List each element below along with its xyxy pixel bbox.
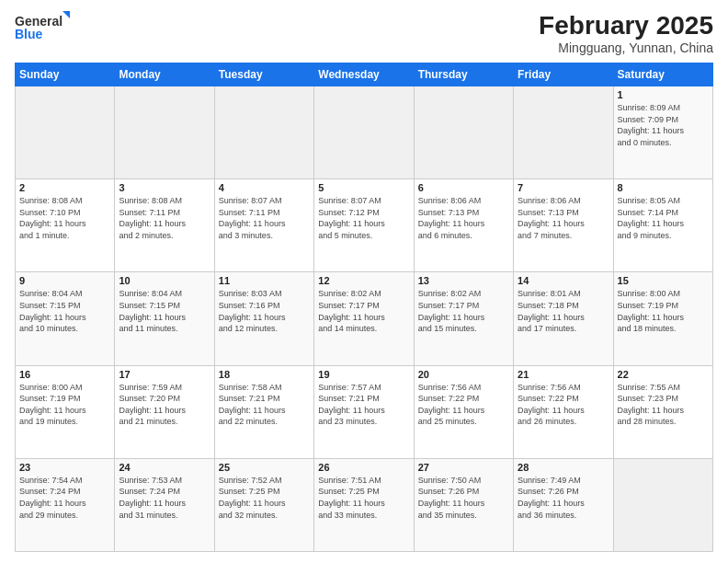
day-number: 14 — [518, 275, 609, 286]
day-info: Sunrise: 8:07 AM Sunset: 7:11 PM Dayligh… — [219, 195, 310, 241]
calendar-cell: 21Sunrise: 7:56 AM Sunset: 7:22 PM Dayli… — [514, 365, 613, 458]
calendar-cell: 23Sunrise: 7:54 AM Sunset: 7:24 PM Dayli… — [16, 458, 115, 551]
calendar-week-row: 9Sunrise: 8:04 AM Sunset: 7:15 PM Daylig… — [16, 272, 713, 365]
day-info: Sunrise: 8:05 AM Sunset: 7:14 PM Dayligh… — [618, 195, 709, 241]
calendar-cell: 3Sunrise: 8:08 AM Sunset: 7:11 PM Daylig… — [115, 179, 214, 272]
day-number: 27 — [418, 462, 509, 473]
title-block: February 2025 Mingguang, Yunnan, China — [539, 11, 713, 55]
svg-marker-2 — [63, 11, 70, 18]
calendar-cell: 6Sunrise: 8:06 AM Sunset: 7:13 PM Daylig… — [414, 179, 513, 272]
calendar-week-row: 23Sunrise: 7:54 AM Sunset: 7:24 PM Dayli… — [16, 458, 713, 551]
day-number: 28 — [518, 462, 609, 473]
calendar-cell: 28Sunrise: 7:49 AM Sunset: 7:26 PM Dayli… — [514, 458, 613, 551]
day-info: Sunrise: 7:58 AM Sunset: 7:21 PM Dayligh… — [219, 382, 310, 428]
day-number: 16 — [19, 369, 110, 380]
header: GeneralBlue February 2025 Mingguang, Yun… — [15, 11, 713, 55]
day-info: Sunrise: 7:59 AM Sunset: 7:20 PM Dayligh… — [119, 382, 210, 428]
day-info: Sunrise: 7:53 AM Sunset: 7:24 PM Dayligh… — [119, 475, 210, 521]
day-of-week-header: Sunday — [16, 63, 115, 86]
day-number: 11 — [219, 275, 310, 286]
calendar-cell — [115, 86, 214, 179]
calendar-table: SundayMondayTuesdayWednesdayThursdayFrid… — [15, 63, 713, 552]
day-number: 5 — [318, 182, 409, 193]
day-info: Sunrise: 8:06 AM Sunset: 7:13 PM Dayligh… — [418, 195, 509, 241]
calendar-cell: 26Sunrise: 7:51 AM Sunset: 7:25 PM Dayli… — [314, 458, 414, 551]
day-number: 23 — [19, 462, 110, 473]
calendar-cell: 12Sunrise: 8:02 AM Sunset: 7:17 PM Dayli… — [314, 272, 414, 365]
calendar-cell: 14Sunrise: 8:01 AM Sunset: 7:18 PM Dayli… — [514, 272, 613, 365]
day-number: 17 — [119, 369, 210, 380]
day-of-week-header: Monday — [115, 63, 214, 86]
day-number: 24 — [119, 462, 210, 473]
day-info: Sunrise: 8:04 AM Sunset: 7:15 PM Dayligh… — [19, 288, 110, 334]
calendar-cell: 22Sunrise: 7:55 AM Sunset: 7:23 PM Dayli… — [613, 365, 712, 458]
day-number: 3 — [119, 182, 210, 193]
day-info: Sunrise: 8:00 AM Sunset: 7:19 PM Dayligh… — [618, 288, 709, 334]
calendar-cell: 2Sunrise: 8:08 AM Sunset: 7:10 PM Daylig… — [16, 179, 115, 272]
calendar-cell — [613, 458, 712, 551]
calendar-cell: 1Sunrise: 8:09 AM Sunset: 7:09 PM Daylig… — [613, 86, 712, 179]
calendar-cell: 18Sunrise: 7:58 AM Sunset: 7:21 PM Dayli… — [214, 365, 313, 458]
day-number: 8 — [618, 182, 709, 193]
day-info: Sunrise: 7:56 AM Sunset: 7:22 PM Dayligh… — [418, 382, 509, 428]
day-info: Sunrise: 7:56 AM Sunset: 7:22 PM Dayligh… — [518, 382, 609, 428]
calendar-cell — [16, 86, 115, 179]
day-number: 1 — [618, 89, 709, 100]
calendar-cell: 5Sunrise: 8:07 AM Sunset: 7:12 PM Daylig… — [314, 179, 414, 272]
calendar-cell: 4Sunrise: 8:07 AM Sunset: 7:11 PM Daylig… — [214, 179, 313, 272]
day-of-week-header: Tuesday — [214, 63, 313, 86]
day-info: Sunrise: 8:08 AM Sunset: 7:11 PM Dayligh… — [119, 195, 210, 241]
day-number: 18 — [219, 369, 310, 380]
day-number: 2 — [19, 182, 110, 193]
calendar-header-row: SundayMondayTuesdayWednesdayThursdayFrid… — [16, 63, 713, 86]
calendar-cell: 10Sunrise: 8:04 AM Sunset: 7:15 PM Dayli… — [115, 272, 214, 365]
calendar-week-row: 2Sunrise: 8:08 AM Sunset: 7:10 PM Daylig… — [16, 179, 713, 272]
day-info: Sunrise: 7:49 AM Sunset: 7:26 PM Dayligh… — [518, 475, 609, 521]
day-number: 4 — [219, 182, 310, 193]
calendar-cell: 16Sunrise: 8:00 AM Sunset: 7:19 PM Dayli… — [16, 365, 115, 458]
calendar-cell — [314, 86, 414, 179]
calendar-cell — [414, 86, 513, 179]
day-number: 13 — [418, 275, 509, 286]
day-info: Sunrise: 8:06 AM Sunset: 7:13 PM Dayligh… — [518, 195, 609, 241]
day-info: Sunrise: 8:07 AM Sunset: 7:12 PM Dayligh… — [318, 195, 409, 241]
day-info: Sunrise: 7:55 AM Sunset: 7:23 PM Dayligh… — [618, 382, 709, 428]
day-of-week-header: Wednesday — [314, 63, 414, 86]
page: GeneralBlue February 2025 Mingguang, Yun… — [0, 0, 728, 563]
calendar-cell: 11Sunrise: 8:03 AM Sunset: 7:16 PM Dayli… — [214, 272, 313, 365]
day-number: 12 — [318, 275, 409, 286]
day-info: Sunrise: 7:57 AM Sunset: 7:21 PM Dayligh… — [318, 382, 409, 428]
day-number: 26 — [318, 462, 409, 473]
day-info: Sunrise: 8:02 AM Sunset: 7:17 PM Dayligh… — [318, 288, 409, 334]
day-number: 25 — [219, 462, 310, 473]
day-number: 7 — [518, 182, 609, 193]
day-info: Sunrise: 7:54 AM Sunset: 7:24 PM Dayligh… — [19, 475, 110, 521]
day-info: Sunrise: 7:50 AM Sunset: 7:26 PM Dayligh… — [418, 475, 509, 521]
day-info: Sunrise: 7:52 AM Sunset: 7:25 PM Dayligh… — [219, 475, 310, 521]
calendar-cell: 24Sunrise: 7:53 AM Sunset: 7:24 PM Dayli… — [115, 458, 214, 551]
calendar-cell: 20Sunrise: 7:56 AM Sunset: 7:22 PM Dayli… — [414, 365, 513, 458]
calendar-week-row: 16Sunrise: 8:00 AM Sunset: 7:19 PM Dayli… — [16, 365, 713, 458]
calendar-cell: 15Sunrise: 8:00 AM Sunset: 7:19 PM Dayli… — [613, 272, 712, 365]
day-info: Sunrise: 8:09 AM Sunset: 7:09 PM Dayligh… — [618, 102, 709, 148]
subtitle: Mingguang, Yunnan, China — [539, 40, 713, 55]
calendar-cell: 7Sunrise: 8:06 AM Sunset: 7:13 PM Daylig… — [514, 179, 613, 272]
day-info: Sunrise: 8:03 AM Sunset: 7:16 PM Dayligh… — [219, 288, 310, 334]
day-number: 20 — [418, 369, 509, 380]
calendar-cell: 19Sunrise: 7:57 AM Sunset: 7:21 PM Dayli… — [314, 365, 414, 458]
calendar-cell: 13Sunrise: 8:02 AM Sunset: 7:17 PM Dayli… — [414, 272, 513, 365]
day-number: 6 — [418, 182, 509, 193]
calendar-cell: 17Sunrise: 7:59 AM Sunset: 7:20 PM Dayli… — [115, 365, 214, 458]
day-number: 10 — [119, 275, 210, 286]
day-number: 22 — [618, 369, 709, 380]
day-number: 9 — [19, 275, 110, 286]
main-title: February 2025 — [539, 11, 713, 40]
calendar-cell: 9Sunrise: 8:04 AM Sunset: 7:15 PM Daylig… — [16, 272, 115, 365]
day-info: Sunrise: 8:08 AM Sunset: 7:10 PM Dayligh… — [19, 195, 110, 241]
logo: GeneralBlue — [15, 11, 70, 48]
logo-svg: GeneralBlue — [15, 11, 70, 48]
calendar-cell: 25Sunrise: 7:52 AM Sunset: 7:25 PM Dayli… — [214, 458, 313, 551]
day-info: Sunrise: 8:04 AM Sunset: 7:15 PM Dayligh… — [119, 288, 210, 334]
calendar-cell: 27Sunrise: 7:50 AM Sunset: 7:26 PM Dayli… — [414, 458, 513, 551]
calendar-cell: 8Sunrise: 8:05 AM Sunset: 7:14 PM Daylig… — [613, 179, 712, 272]
